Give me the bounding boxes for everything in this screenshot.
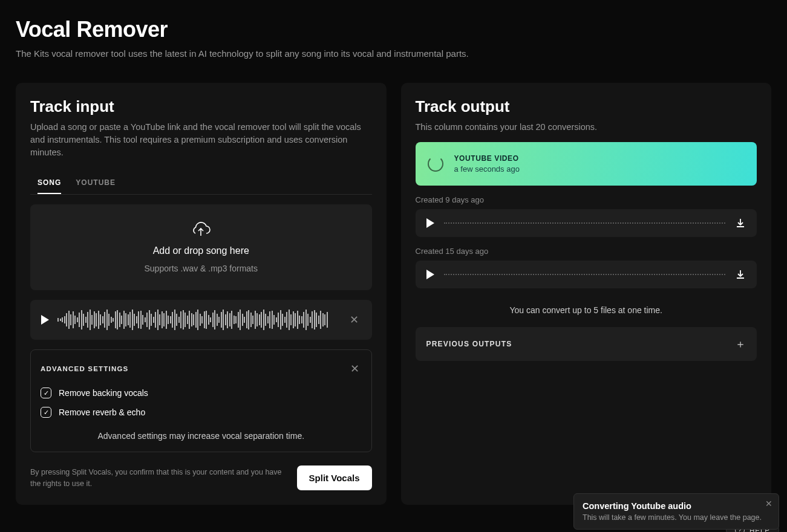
- plus-icon: ＋: [735, 337, 746, 351]
- created-label: Created 15 days ago: [416, 247, 757, 256]
- play-icon[interactable]: [426, 270, 434, 279]
- remove-audio-icon[interactable]: ✕: [347, 312, 361, 328]
- play-icon[interactable]: [426, 218, 434, 228]
- conversion-toast: ✕ Converting Youtube audio This will tak…: [573, 493, 779, 530]
- file-dropzone[interactable]: Add or drop song here Supports .wav & .m…: [30, 204, 372, 290]
- spinner-icon: [428, 156, 443, 172]
- play-icon[interactable]: [41, 315, 49, 325]
- output-track-row: [416, 209, 757, 237]
- dropzone-title: Add or drop song here: [153, 245, 249, 256]
- dropzone-subtitle: Supports .wav & .mp3 formats: [144, 264, 258, 273]
- page-title: Vocal Remover: [16, 17, 771, 42]
- cloud-upload-icon: [191, 221, 211, 238]
- close-toast-icon[interactable]: ✕: [765, 499, 772, 508]
- input-panel-desc: Upload a song or paste a YouTube link an…: [30, 121, 372, 159]
- checkbox-backing-vocals[interactable]: ✓: [41, 388, 51, 398]
- download-icon[interactable]: [735, 218, 746, 229]
- advanced-settings: ADVANCED SETTINGS ✕ ✓ Remove backing voc…: [30, 349, 372, 452]
- advanced-note: Advanced settings may increase vocal sep…: [41, 431, 362, 441]
- advanced-settings-title: ADVANCED SETTINGS: [41, 365, 128, 372]
- download-icon[interactable]: [735, 269, 746, 280]
- output-track-row: [416, 261, 757, 288]
- option-remove-reverb-echo: ✓ Remove reverb & echo: [41, 407, 362, 418]
- toast-subtitle: This will take a few minutes. You may le…: [583, 513, 770, 522]
- option-remove-backing-vocals: ✓ Remove backing vocals: [41, 388, 362, 398]
- close-advanced-icon[interactable]: ✕: [348, 361, 362, 377]
- checkbox-reverb-echo[interactable]: ✓: [41, 407, 51, 418]
- processing-label: YOUTUBE VIDEO: [454, 154, 520, 163]
- processing-card: YOUTUBE VIDEO a few seconds ago: [416, 142, 757, 186]
- empty-waveform: [444, 274, 726, 275]
- input-panel-title: Track input: [30, 97, 372, 116]
- split-vocals-button[interactable]: Split Vocals: [297, 465, 372, 490]
- conversion-limit-note: You can convert up to 5 files at one tim…: [416, 305, 757, 315]
- waveform[interactable]: [57, 308, 339, 331]
- tab-youtube[interactable]: YOUTUBE: [76, 172, 116, 194]
- output-panel-title: Track output: [416, 97, 757, 116]
- empty-waveform: [444, 222, 726, 224]
- tab-song[interactable]: SONG: [38, 172, 61, 194]
- toast-title: Converting Youtube audio: [583, 501, 770, 511]
- previous-outputs-toggle[interactable]: PREVIOUS OUTPUTS ＋: [416, 327, 757, 361]
- input-tabs: SONG YOUTUBE: [30, 172, 372, 195]
- processing-time: a few seconds ago: [454, 164, 520, 174]
- checkbox-label: Remove backing vocals: [59, 388, 148, 398]
- page-subtitle: The Kits vocal remover tool uses the lat…: [16, 48, 771, 59]
- output-panel-desc: This column contains your last 20 conver…: [416, 121, 757, 134]
- track-output-panel: Track output This column contains your l…: [401, 83, 772, 505]
- track-input-panel: Track input Upload a song or paste a You…: [16, 83, 387, 505]
- previous-outputs-label: PREVIOUS OUTPUTS: [426, 340, 512, 348]
- created-label: Created 9 days ago: [416, 195, 757, 204]
- checkbox-label: Remove reverb & echo: [59, 407, 145, 417]
- disclaimer-text: By pressing Split Vocals, you confirm th…: [30, 467, 285, 490]
- audio-preview: ✕: [30, 300, 372, 340]
